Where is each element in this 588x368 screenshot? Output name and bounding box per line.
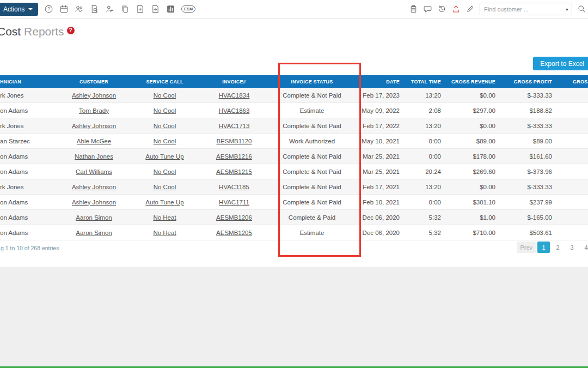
customer-link[interactable]: Nathan Jones <box>75 153 113 160</box>
customer-link-cell: Able McGee <box>60 134 128 149</box>
customer-link[interactable]: Aaron Simon <box>76 214 112 221</box>
customer-link[interactable]: Ashley Johnson <box>72 199 116 206</box>
invoice-link-cell: HVAC1834 <box>201 88 267 103</box>
cost-report-table: HNICIANCUSTOMERSERVICE CALLINVOICE#INVOI… <box>0 75 588 240</box>
date-cell: Mar 25, 2021 <box>357 149 404 164</box>
date-cell: Mar 25, 2021 <box>357 164 404 179</box>
service-call-link[interactable]: No Heat <box>153 214 176 221</box>
column-header-0[interactable]: HNICIAN <box>0 75 60 88</box>
invoice-link[interactable]: AESMB1215 <box>216 168 252 175</box>
service-call-link[interactable]: No Heat <box>153 230 176 236</box>
add-person-icon[interactable] <box>105 4 114 14</box>
add-document-icon[interactable] <box>136 4 145 14</box>
pencil-icon[interactable] <box>465 4 475 14</box>
service-call-link[interactable]: No Cool <box>154 92 176 99</box>
invoice-link-cell: AESMB1215 <box>201 164 267 179</box>
pagination-page-3[interactable]: 3 <box>566 242 578 253</box>
column-header-3[interactable]: INVOICE# <box>201 75 267 88</box>
gross-profit-cell: $-165.00 <box>500 210 556 225</box>
search-icon[interactable] <box>577 4 586 14</box>
title-help-icon[interactable]: ? <box>67 27 75 34</box>
esm-badge[interactable]: ESM <box>181 5 195 13</box>
service-call-link[interactable]: Auto Tune Up <box>145 153 183 160</box>
technician-cell: rk Jones <box>0 88 60 103</box>
pagination-page-4[interactable]: 4 <box>580 242 588 253</box>
caret-down-icon <box>28 8 33 10</box>
column-header-2[interactable]: SERVICE CALL <box>128 75 201 88</box>
gross-profit-cell: $237.99 <box>500 195 556 210</box>
table-header-row: HNICIANCUSTOMERSERVICE CALLINVOICE#INVOI… <box>0 75 588 88</box>
calendar-icon[interactable] <box>59 4 69 14</box>
invoice-link[interactable]: AESMB1205 <box>216 230 252 236</box>
triangle-up-icon[interactable]: ▲ <box>565 7 569 11</box>
clipboard-icon[interactable] <box>409 4 418 14</box>
technician-cell: on Adams <box>0 164 60 179</box>
total-time-cell: 5:32 <box>404 225 445 240</box>
gross-revenue-cell: $297.00 <box>445 103 500 118</box>
invoice-link[interactable]: HVAC1834 <box>219 92 250 99</box>
column-header-8[interactable]: GROSS PROFIT <box>500 75 556 88</box>
invoice-link[interactable]: HVAC1713 <box>219 123 250 129</box>
total-time-cell: 5:32 <box>404 210 445 225</box>
customer-link[interactable]: Ashley Johnson <box>72 123 116 129</box>
customers-icon[interactable] <box>75 4 84 14</box>
copy-icon[interactable] <box>120 4 130 14</box>
customer-link[interactable]: Ashley Johnson <box>72 184 116 190</box>
invoice-link[interactable]: AESMB1216 <box>216 153 252 160</box>
service-call-link-cell: No Cool <box>128 103 201 118</box>
customer-link[interactable]: Able McGee <box>77 138 111 144</box>
customer-link[interactable]: Carl Williams <box>76 168 112 175</box>
customer-link[interactable]: Ashley Johnson <box>72 92 116 99</box>
technician-cell: rk Jones <box>0 118 60 134</box>
technician-cell: on Adams <box>0 195 60 210</box>
technician-cell: on Adams <box>0 210 60 225</box>
customer-link-cell: Ashley Johnson <box>60 195 128 210</box>
column-header-7[interactable]: GROSS REVENUE <box>445 75 500 88</box>
invoice-status-cell: Complete & Paid <box>267 210 357 225</box>
gross-profit-cell: $-333.33 <box>500 179 556 195</box>
service-call-link[interactable]: No Cool <box>154 184 176 190</box>
column-header-5[interactable]: DATE <box>357 75 404 88</box>
search-document-icon[interactable] <box>90 4 99 14</box>
chart-icon[interactable] <box>166 4 175 14</box>
service-call-link[interactable]: Auto Tune Up <box>145 199 183 206</box>
pagination-page-1[interactable]: 1 <box>537 242 550 253</box>
service-call-link[interactable]: No Cool <box>154 138 176 144</box>
service-call-link-cell: No Cool <box>128 164 201 179</box>
invoice-link[interactable]: HVAC1185 <box>219 184 249 190</box>
service-call-link[interactable]: No Cool <box>154 107 176 114</box>
service-call-link-cell: No Heat <box>128 225 201 240</box>
gross-extra-cell <box>556 164 588 179</box>
chat-icon[interactable] <box>423 4 432 14</box>
column-header-9[interactable]: GROSS <box>556 75 588 88</box>
service-call-link[interactable]: No Cool <box>154 123 176 129</box>
invoice-link[interactable]: AESMB1206 <box>216 214 252 221</box>
invoice-link-cell: HVAC1713 <box>201 118 267 134</box>
history-icon[interactable] <box>437 4 446 14</box>
invoice-status-cell: Complete & Not Paid <box>267 195 357 210</box>
pagination-page-2[interactable]: 2 <box>552 242 564 253</box>
export-to-excel-button[interactable]: Export to Excel <box>533 57 588 70</box>
table-header: HNICIANCUSTOMERSERVICE CALLINVOICE#INVOI… <box>0 75 588 88</box>
gross-extra-cell <box>556 179 588 195</box>
invoice-link[interactable]: HVAC1863 <box>219 107 250 114</box>
search-input[interactable] <box>483 5 563 13</box>
service-call-link-cell: Auto Tune Up <box>128 149 201 164</box>
pagination-prev-button[interactable]: Prev <box>517 242 536 253</box>
upload-icon[interactable] <box>451 4 461 14</box>
service-call-link[interactable]: No Cool <box>154 168 176 175</box>
column-header-1[interactable]: CUSTOMER <box>60 75 128 88</box>
actions-button[interactable]: Actions <box>0 3 38 16</box>
customer-link[interactable]: Aaron Simon <box>76 230 112 236</box>
invoice-link[interactable]: BESMB1120 <box>217 138 252 144</box>
customer-link[interactable]: Tom Brady <box>79 107 109 114</box>
help-icon[interactable]: ? <box>44 4 53 14</box>
date-cell: May 09, 2022 <box>357 103 404 118</box>
topbar-left: Actions ? <box>0 3 195 16</box>
send-document-icon[interactable] <box>151 4 160 14</box>
total-time-cell: 0:00 <box>404 134 445 149</box>
invoice-link-cell: HVAC1863 <box>201 103 267 118</box>
column-header-4[interactable]: INVOICE STATUS <box>267 75 357 88</box>
invoice-link[interactable]: HVAC1711 <box>219 199 249 206</box>
column-header-6[interactable]: TOTAL TIME <box>404 75 445 88</box>
